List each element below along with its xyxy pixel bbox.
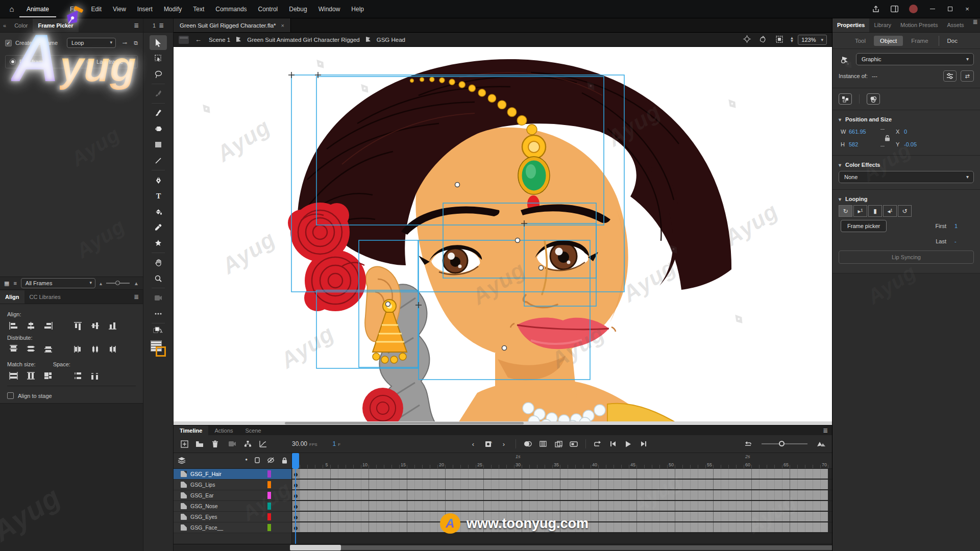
more-tool-icon[interactable] xyxy=(150,306,167,321)
document-tab[interactable]: Green Suit Girl Rigged Character.fla* × xyxy=(174,18,291,32)
looping-section[interactable]: ▾ Looping xyxy=(832,192,980,204)
step-back-icon[interactable] xyxy=(606,438,620,450)
frame-span[interactable] xyxy=(292,469,828,479)
frame-row[interactable] xyxy=(292,480,832,490)
eyedropper-tool-icon[interactable] xyxy=(150,220,167,235)
rectangle-tool-icon[interactable] xyxy=(150,137,167,152)
maximize-button[interactable] xyxy=(942,3,958,15)
match-height-button[interactable] xyxy=(24,370,37,381)
align-menu-icon[interactable]: ≣ xyxy=(130,293,143,300)
filters-icon[interactable] xyxy=(943,70,957,82)
reset-timeline-zoom-icon[interactable] xyxy=(741,438,754,450)
layer-row[interactable]: GSG_Face__ xyxy=(174,522,291,533)
menu-item-window[interactable]: Window xyxy=(313,3,346,16)
color-effect-dropdown[interactable]: None xyxy=(839,171,974,183)
align-right-button[interactable] xyxy=(42,320,54,331)
pen-tool-icon[interactable] xyxy=(150,172,167,187)
reverse-once-icon[interactable]: ◂¹ xyxy=(883,205,897,217)
layer-color-swatch[interactable] xyxy=(267,503,271,510)
subtab-frame[interactable]: Frame xyxy=(905,36,934,46)
document-close-icon[interactable]: × xyxy=(281,22,284,29)
tab-properties[interactable]: Properties xyxy=(832,18,869,32)
canvas-hscroll-thumb[interactable] xyxy=(285,422,524,424)
distribute-middle-v-button[interactable] xyxy=(24,344,37,354)
lip-syncing-button[interactable]: Lip Syncing xyxy=(839,251,974,264)
align-center-h-button[interactable] xyxy=(24,320,37,331)
align-middle-v-button[interactable] xyxy=(89,320,101,331)
menu-item-help[interactable]: Help xyxy=(346,3,370,16)
menu-item-view[interactable]: View xyxy=(107,3,132,16)
visibility-column-icon[interactable] xyxy=(267,457,275,465)
menu-item-control[interactable]: Control xyxy=(253,3,284,16)
layer-color-swatch[interactable] xyxy=(267,481,271,488)
delete-layer-icon[interactable] xyxy=(208,438,222,450)
tab-frame-picker[interactable]: Frame Picker xyxy=(33,19,78,32)
edit-multiple-frames-icon[interactable] xyxy=(552,438,565,450)
frame-row[interactable] xyxy=(292,490,832,501)
layer-color-swatch[interactable] xyxy=(267,492,271,499)
frame-row[interactable] xyxy=(292,469,832,480)
zoom-stepper[interactable]: ▲▼ xyxy=(790,37,794,43)
asset-warp-tool-icon[interactable] xyxy=(150,236,167,251)
layer-name[interactable]: GSG_Nose xyxy=(190,503,264,509)
color-effects-section[interactable]: ▾ Color Effects xyxy=(832,158,980,170)
selection-tool-icon[interactable] xyxy=(150,35,167,50)
frame-span-icon[interactable] xyxy=(567,438,580,450)
app-menu-animate[interactable]: Animate xyxy=(19,1,56,17)
layer-name[interactable]: GSG_Lips xyxy=(190,482,264,488)
menu-item-insert[interactable]: Insert xyxy=(132,3,158,16)
home-icon[interactable]: ⌂ xyxy=(5,3,18,16)
duplicate-icon[interactable]: ⧉ xyxy=(134,40,138,46)
grid-view-icon[interactable]: ▦ xyxy=(4,280,9,287)
line-tool-icon[interactable] xyxy=(150,153,167,168)
layer-row[interactable]: GSG_F_Hair xyxy=(174,469,291,480)
height-value[interactable]: 582 xyxy=(849,141,878,147)
highlight-column-icon[interactable]: ● xyxy=(245,457,248,465)
new-frame-icon[interactable] xyxy=(178,438,191,450)
current-frame-value[interactable]: 1 xyxy=(333,440,336,447)
frames-area[interactable]: 5101520253035404550556065701s2s xyxy=(292,453,832,544)
menu-item-modify[interactable]: Modify xyxy=(158,3,187,16)
width-value[interactable]: 661.95 xyxy=(849,129,878,135)
symbol-type-dropdown[interactable]: Graphic xyxy=(856,53,974,65)
timeline-ruler[interactable]: 5101520253035404550556065701s2s xyxy=(292,453,832,469)
text-tool-icon[interactable]: T xyxy=(150,188,167,203)
list-view-icon[interactable]: ≡ xyxy=(13,280,16,286)
last-frame-value[interactable]: - xyxy=(954,238,972,244)
menu-item-debug[interactable]: Debug xyxy=(283,3,312,16)
tab-cc-libraries[interactable]: CC Libraries xyxy=(24,290,66,304)
align-left-button[interactable] xyxy=(7,320,19,331)
fps-value[interactable]: 30.00 xyxy=(292,440,307,447)
playhead[interactable] xyxy=(292,453,299,469)
subtab-tool[interactable]: Tool xyxy=(849,36,872,46)
step-forward-icon[interactable] xyxy=(637,438,650,450)
distribute-left-button[interactable] xyxy=(71,344,84,354)
frame-span[interactable] xyxy=(292,490,828,500)
edit-scene-icon[interactable] xyxy=(179,36,189,44)
loop-mode-icon[interactable]: ↻ xyxy=(839,205,852,217)
breadcrumb-part[interactable]: GSG Head xyxy=(376,37,406,43)
timeline-hscrollbar[interactable] xyxy=(174,544,832,551)
new-folder-icon[interactable] xyxy=(193,438,206,450)
align-bottom-button[interactable] xyxy=(106,320,118,331)
stage-canvas[interactable] xyxy=(174,47,832,425)
frame-row[interactable] xyxy=(292,501,832,512)
brush-tool-icon[interactable] xyxy=(150,106,167,120)
lock-column-icon[interactable] xyxy=(282,457,287,465)
position-size-section[interactable]: ▾ Position and Size xyxy=(832,112,980,124)
paint-bucket-tool-icon[interactable] xyxy=(150,204,167,219)
x-value[interactable]: 0 xyxy=(904,129,934,135)
frame-span[interactable] xyxy=(292,480,828,489)
layer-name[interactable]: GSG_Face__ xyxy=(190,524,264,531)
distribute-bottom-button[interactable] xyxy=(42,344,54,354)
play-once-icon[interactable]: ▸¹ xyxy=(853,205,867,217)
timeline-zoom-knob[interactable] xyxy=(779,441,785,446)
menu-item-edit[interactable]: Edit xyxy=(85,3,107,16)
reverse-loop-icon[interactable]: ↺ xyxy=(898,205,912,217)
link-icon[interactable]: ⊸ xyxy=(122,40,127,46)
create-keyframe-checkbox[interactable]: ✓ xyxy=(5,40,12,46)
play-icon[interactable] xyxy=(622,438,635,450)
loop-playback-icon[interactable] xyxy=(591,438,604,450)
zoom-in-thumbs-icon[interactable]: ▲ xyxy=(134,281,139,286)
layer-name[interactable]: GSG_Eyes xyxy=(190,514,264,520)
